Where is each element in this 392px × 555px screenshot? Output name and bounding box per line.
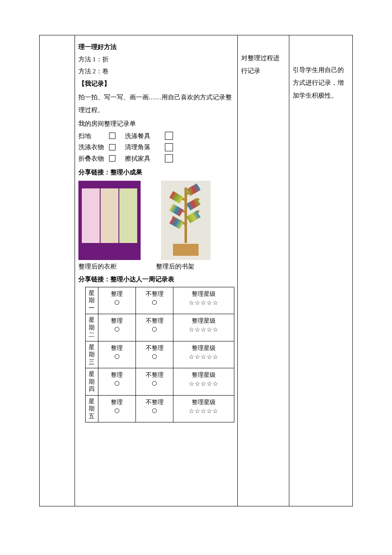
cell-col4: 引导学生用自己的方式进行记录，增加学生积极性。 (289, 35, 352, 506)
week-row: 星期五整理不整理整理星级☆☆☆☆☆ (85, 395, 234, 422)
week-organize-cell: 整理 (98, 314, 135, 341)
week-day-cell: 星期一 (85, 287, 98, 314)
radio-icon[interactable] (152, 300, 157, 305)
week-day-cell: 星期二 (85, 314, 98, 341)
lesson-plan-table: 理一理好方法 方法 1：折 方法 2：卷 【我记录】 拍一拍、写一写、画一画……… (39, 35, 353, 506)
week-row: 星期四整理不整理整理星级☆☆☆☆☆ (85, 368, 234, 396)
checkbox-icon[interactable] (165, 143, 173, 151)
week-not-organize-cell: 不整理 (136, 287, 173, 314)
checklist-row-3: 折叠衣物 擦拭家具 (78, 154, 234, 164)
radio-icon[interactable] (115, 300, 119, 305)
radio-icon[interactable] (115, 381, 119, 386)
week-row: 星期一整理不整理整理星级☆☆☆☆☆ (85, 287, 234, 314)
week-not-organize-cell: 不整理 (136, 314, 173, 341)
week-star-cell: 整理星级☆☆☆☆☆ (173, 395, 234, 422)
week-day-cell: 星期四 (85, 368, 98, 396)
week-star-cell: 整理星级☆☆☆☆☆ (173, 314, 234, 341)
checklist-label: 扫地 (78, 131, 109, 141)
week-not-organize-cell: 不整理 (136, 341, 173, 368)
cell-col1 (40, 35, 75, 506)
col3-note: 对整理过程进行记录 (241, 52, 285, 77)
week-day-cell: 星期五 (85, 395, 98, 422)
cell-col3: 对整理过程进行记录 (238, 35, 289, 506)
week-record-table: 星期一整理不整理整理星级☆☆☆☆☆星期二整理不整理整理星级☆☆☆☆☆星期三整理不… (85, 287, 234, 423)
week-day-cell: 星期三 (85, 341, 98, 368)
checkbox-icon[interactable] (109, 133, 115, 139)
checkbox-icon[interactable] (165, 154, 173, 162)
week-star-cell: 整理星级☆☆☆☆☆ (173, 341, 234, 368)
checklist-row-2: 洗涤衣物 清理角落 (78, 142, 234, 152)
week-row: 星期三整理不整理整理星级☆☆☆☆☆ (85, 341, 234, 368)
share-results-heading: 分享链接：整理小成果 (78, 168, 234, 177)
week-not-organize-cell: 不整理 (136, 395, 173, 422)
wardrobe-caption: 整理后的衣柜 (78, 262, 156, 272)
radio-icon[interactable] (115, 327, 119, 332)
method-1: 方法 1：折 (78, 55, 234, 64)
week-organize-cell: 整理 (98, 341, 135, 368)
checkbox-icon[interactable] (109, 155, 115, 162)
checklist-title: 我的房间整理记录单 (78, 119, 234, 129)
radio-icon[interactable] (115, 408, 119, 413)
checklist-row-1: 扫地 洗涤餐具 (78, 131, 234, 141)
col4-note: 引导学生用自己的方式进行记录，增加学生积极性。 (293, 64, 349, 102)
week-star-cell: 整理星级☆☆☆☆☆ (173, 287, 234, 314)
checklist-label: 擦拭家具 (125, 154, 156, 164)
radio-icon[interactable] (152, 327, 157, 332)
checklist-label: 清理角落 (125, 142, 156, 152)
week-organize-cell: 整理 (98, 368, 135, 396)
bookshelf-caption: 整理后的书架 (156, 262, 194, 272)
checkbox-icon[interactable] (165, 132, 173, 140)
radio-icon[interactable] (152, 354, 157, 359)
week-organize-cell: 整理 (98, 395, 135, 422)
radio-icon[interactable] (152, 408, 157, 413)
radio-icon[interactable] (152, 381, 157, 386)
radio-icon[interactable] (115, 354, 119, 359)
bookshelf-image (161, 181, 210, 260)
checkbox-icon[interactable] (109, 144, 115, 150)
week-organize-cell: 整理 (98, 287, 135, 314)
week-not-organize-cell: 不整理 (136, 368, 173, 396)
method-2: 方法 2：卷 (78, 66, 234, 76)
week-row: 星期二整理不整理整理星级☆☆☆☆☆ (85, 314, 234, 341)
methods-heading: 理一理好方法 (78, 42, 234, 52)
share-week-heading: 分享链接：整理小达人一周记录表 (78, 275, 234, 284)
checklist-label: 折叠衣物 (78, 154, 109, 164)
checklist-label: 洗涤餐具 (125, 131, 156, 141)
wardrobe-image (78, 181, 141, 260)
record-heading: 【我记录】 (78, 79, 234, 89)
record-instruction: 拍一拍、写一写、画一画……用自己喜欢的方式记录整理过程。 (78, 91, 234, 116)
cell-col2: 理一理好方法 方法 1：折 方法 2：卷 【我记录】 拍一拍、写一写、画一画……… (75, 35, 238, 506)
week-star-cell: 整理星级☆☆☆☆☆ (173, 368, 234, 396)
checklist-label: 洗涤衣物 (78, 142, 109, 152)
